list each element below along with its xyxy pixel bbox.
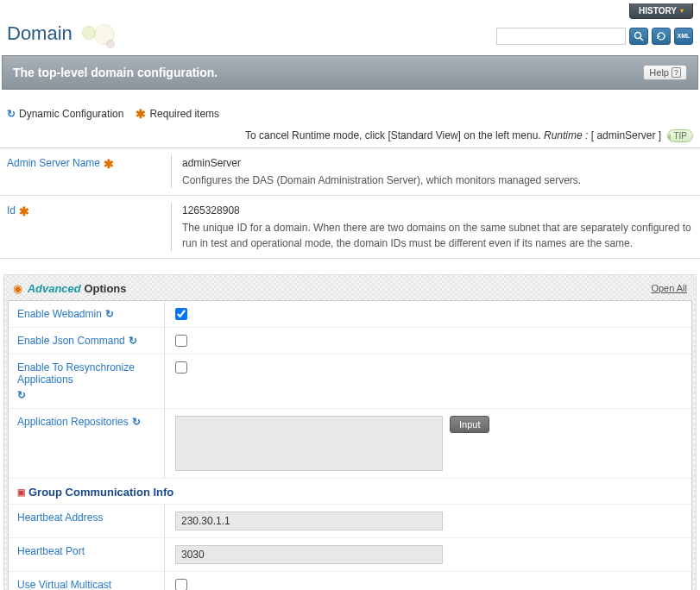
row-enable-json: Enable Json Command ↻	[9, 328, 691, 355]
refresh-button[interactable]	[652, 28, 671, 45]
sync-icon: ↻	[105, 308, 114, 320]
input-button[interactable]: Input	[450, 416, 489, 433]
heartbeat-port-input[interactable]	[175, 545, 443, 564]
enable-json-checkbox[interactable]	[175, 335, 187, 347]
xml-button[interactable]: XML	[674, 28, 693, 45]
sync-icon: ↻	[17, 389, 26, 401]
sync-icon: ↻	[132, 416, 141, 428]
group-comm-header: ▣ Group Communication Info	[9, 479, 691, 505]
xml-icon: XML	[678, 33, 691, 39]
admin-server-desc: Configures the DAS (Domain Administratio…	[182, 173, 693, 188]
decorative-dots	[82, 24, 117, 50]
row-heartbeat-addr: Heartbeat Address	[9, 505, 691, 538]
legend-required: Required items	[149, 108, 219, 120]
group-icon: ▣	[17, 487, 25, 497]
enable-webadmin-checkbox[interactable]	[175, 308, 187, 320]
field-admin-server: Admin Server Name ✱ adminServer Configur…	[0, 148, 700, 196]
expand-icon[interactable]: ◉	[13, 282, 22, 295]
advanced-section: ◉ Advanced Options Open All Enable Webad…	[3, 274, 697, 590]
runtime-server: [ adminServer ]	[591, 129, 661, 141]
search-icon	[634, 31, 644, 41]
admin-server-label: Admin Server Name	[7, 157, 100, 169]
admin-server-value: adminServer	[182, 155, 693, 171]
app-repos-textarea[interactable]	[175, 416, 443, 471]
enable-webadmin-label: Enable Webadmin	[17, 308, 102, 320]
id-desc: The unique ID for a domain. When there a…	[182, 220, 693, 251]
row-app-repos: Application Repositories ↻ Input	[9, 409, 691, 479]
heartbeat-port-label: Heartbeat Port	[17, 545, 85, 557]
banner-text: The top-level domain configuration.	[13, 66, 218, 79]
history-label: HISTORY	[639, 6, 677, 16]
legend: ↻ Dynamic Configuration ✱ Required items	[0, 90, 700, 126]
runtime-msg: To cancel Runtime mode, click [Standard …	[245, 129, 544, 141]
group-comm-label: Group Communication Info	[28, 486, 173, 499]
use-virtual-label: Use Virtual Multicast	[17, 579, 111, 590]
runtime-label: Runtime :	[544, 129, 588, 141]
runtime-info: To cancel Runtime mode, click [Standard …	[0, 126, 700, 148]
id-value: 1265328908	[182, 203, 693, 218]
advanced-title: ◉ Advanced Options	[13, 282, 127, 295]
search-input[interactable]	[496, 28, 626, 45]
required-icon: ✱	[104, 157, 114, 171]
enable-resync-label: Enable To Resynchronize Applications	[17, 361, 164, 386]
search-button[interactable]	[629, 28, 648, 45]
svg-line-1	[640, 38, 643, 41]
legend-dynamic: Dynamic Configuration	[19, 108, 123, 120]
help-button[interactable]: Help ?	[643, 65, 687, 80]
row-use-virtual: Use Virtual Multicast	[9, 572, 691, 590]
id-label: Id	[7, 204, 16, 217]
heartbeat-addr-label: Heartbeat Address	[17, 512, 103, 524]
help-label: Help	[649, 67, 669, 78]
sync-icon: ↻	[7, 108, 16, 120]
sync-icon: ↻	[129, 335, 137, 347]
open-all-link[interactable]: Open All	[651, 283, 687, 293]
app-repos-label: Application Repositories	[17, 416, 129, 428]
heartbeat-addr-input[interactable]	[175, 512, 443, 530]
banner: The top-level domain configuration. Help…	[2, 55, 698, 90]
help-icon: ?	[672, 67, 681, 78]
enable-resync-checkbox[interactable]	[175, 361, 187, 373]
required-icon: ✱	[19, 204, 29, 218]
row-heartbeat-port: Heartbeat Port	[9, 538, 691, 572]
required-icon: ✱	[136, 107, 146, 121]
refresh-icon	[656, 31, 666, 41]
enable-json-label: Enable Json Command	[17, 335, 125, 347]
row-enable-webadmin: Enable Webadmin ↻	[9, 301, 691, 328]
svg-point-0	[635, 32, 641, 38]
chevron-down-icon: ▾	[680, 7, 684, 15]
row-enable-resync: Enable To Resynchronize Applications ↻	[9, 355, 691, 409]
field-id: Id ✱ 1265328908 The unique ID for a doma…	[0, 196, 700, 259]
tip-button[interactable]: TIP	[667, 129, 693, 142]
advanced-word: Advanced	[28, 282, 81, 295]
options-word: Options	[84, 282, 126, 295]
page-title: Domain	[7, 22, 73, 44]
use-virtual-checkbox[interactable]	[175, 579, 187, 590]
history-button[interactable]: HISTORY ▾	[629, 3, 693, 19]
